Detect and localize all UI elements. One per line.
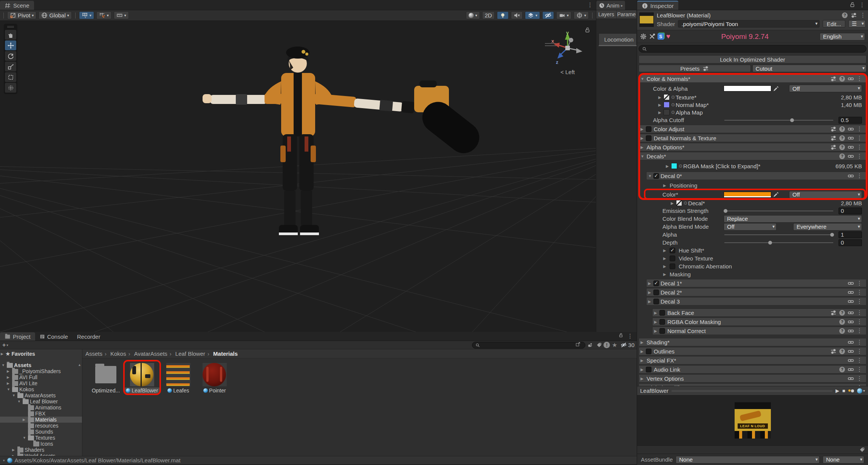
texture-row[interactable]: Texture* 2,80 MB: [639, 93, 866, 101]
scrollbar-up-arrow[interactable]: ▲: [78, 363, 81, 367]
tree-item-leaf-blower[interactable]: Leaf Blower: [0, 398, 82, 405]
emission-strength-value[interactable]: 0: [839, 208, 862, 214]
lock-icon[interactable]: [618, 333, 624, 338]
presets-icon[interactable]: [851, 12, 857, 19]
tree-item-kokos[interactable]: Kokos: [0, 386, 82, 392]
help-icon[interactable]: [839, 310, 845, 316]
favorites-filter-icon[interactable]: ★: [610, 342, 619, 349]
eyedropper-icon[interactable]: [773, 85, 779, 92]
kebab-icon[interactable]: [857, 309, 862, 316]
help-icon[interactable]: [839, 126, 845, 132]
hidden-count-icon[interactable]: [619, 342, 628, 349]
help-icon[interactable]: [839, 135, 845, 141]
tree-item-materials[interactable]: Materials: [0, 417, 82, 423]
pick-icon[interactable]: [576, 342, 582, 348]
tab-project[interactable]: Project: [0, 332, 35, 341]
rgba-masking-checkbox[interactable]: [659, 319, 665, 325]
edit-shader-button[interactable]: Edit...: [823, 20, 845, 28]
breadcrumb-item[interactable]: AvatarAssets: [134, 350, 174, 357]
section-header-color-adjust[interactable]: Color Adjust: [639, 125, 866, 133]
animator-layers-tab[interactable]: Layers: [596, 10, 617, 19]
favorites-header[interactable]: ★ Favorites: [0, 350, 82, 358]
outlines-checkbox[interactable]: [646, 349, 651, 354]
help-icon[interactable]: [839, 328, 845, 334]
color-swatch-orange[interactable]: [724, 192, 771, 198]
hue-shift-checkbox[interactable]: [670, 248, 675, 253]
tab-scene[interactable]: Scene: [0, 1, 34, 10]
locomotion-state-node[interactable]: Locomotion: [599, 33, 637, 46]
shading-mode-button[interactable]: ▾: [466, 11, 480, 19]
normal-map-row[interactable]: Normal Map* 1,40 MB: [639, 101, 866, 108]
asset-item-leafes[interactable]: Leafes: [163, 363, 193, 394]
kebab-icon[interactable]: [584, 2, 596, 10]
decal-texture-row[interactable]: Decal* 2,80 MB: [639, 199, 866, 207]
animator-parameters-tab[interactable]: Parame: [617, 10, 637, 19]
gear-icon[interactable]: [640, 33, 647, 40]
ruler-button[interactable]: ▾: [114, 11, 129, 19]
alpha-cutoff-slider[interactable]: [724, 120, 833, 121]
kebab-icon[interactable]: [857, 366, 862, 373]
tree-item-shaders[interactable]: Shaders: [0, 447, 82, 453]
play-icon[interactable]: ▶: [836, 388, 839, 394]
shader-menu-dropdown[interactable]: ☰: [848, 20, 866, 28]
gizmos-button[interactable]: ▾: [574, 11, 589, 19]
decal-color-mode-dropdown[interactable]: Off: [789, 191, 862, 198]
tree-item-avatarassets[interactable]: AvatarAssets: [0, 392, 82, 398]
tree-item-avi-full[interactable]: AVI Full: [0, 374, 82, 380]
decal-thumbnail[interactable]: [676, 200, 682, 206]
link-icon[interactable]: [848, 310, 854, 316]
section-header-shading[interactable]: Shading*: [639, 338, 866, 346]
section-header-decal3[interactable]: Decal 3: [646, 297, 866, 305]
lock-in-shader-button[interactable]: Lock In Optimized Shader: [639, 55, 866, 64]
rgba-mask-row[interactable]: RGBA Mask [Click to Expand]* 699,05 KB: [639, 161, 866, 171]
depth-value[interactable]: 0: [839, 239, 862, 246]
link-icon[interactable]: [848, 319, 854, 325]
section-header-audio-link[interactable]: Audio Link: [639, 365, 866, 374]
help-icon[interactable]: [839, 367, 845, 372]
kebab-icon[interactable]: [857, 318, 862, 325]
tree-item-sounds[interactable]: Sounds: [0, 429, 82, 435]
tab-inspector[interactable]: Inspector: [637, 1, 678, 10]
section-header-decal2[interactable]: Decal 2*: [646, 288, 866, 296]
section-header-special-fx[interactable]: Special FX*: [639, 356, 866, 364]
asset-item-optimized[interactable]: Optimized...: [91, 363, 121, 394]
color-blend-mode-dropdown[interactable]: Replace: [724, 215, 862, 223]
rect-tool-button[interactable]: [5, 72, 16, 82]
scene-camera-button[interactable]: ▾: [556, 11, 571, 19]
breadcrumb-item[interactable]: Leaf Blower: [175, 350, 212, 357]
back-face-checkbox[interactable]: [659, 310, 665, 316]
decal3-checkbox[interactable]: [653, 299, 659, 304]
section-header-normal-correct[interactable]: Normal Correct: [652, 327, 866, 335]
alpha-slider[interactable]: [724, 234, 833, 235]
tree-item-animations[interactable]: Animations: [0, 405, 82, 411]
help-icon[interactable]: [839, 319, 845, 325]
tools-icon[interactable]: [649, 33, 655, 40]
scene-viewport[interactable]: y x z < Left: [0, 21, 596, 332]
preview-viewport[interactable]: LEAF N LOUD: [637, 395, 868, 445]
decal0-checkbox[interactable]: [653, 173, 659, 179]
kebab-icon[interactable]: [857, 135, 862, 141]
link-icon[interactable]: [848, 126, 854, 132]
section-header-outlines[interactable]: Outlines: [639, 347, 866, 355]
sliders-icon[interactable]: [830, 135, 837, 141]
tree-item-fbx[interactable]: FBX: [0, 411, 82, 417]
tab-animator[interactable]: Anim ▸: [596, 1, 625, 10]
kebab-icon[interactable]: [857, 280, 862, 287]
language-dropdown[interactable]: English: [820, 33, 865, 40]
asset-item-pointer[interactable]: Pointer: [200, 363, 230, 394]
link-icon[interactable]: [848, 153, 854, 160]
help-icon[interactable]: [839, 76, 845, 82]
tag-icon[interactable]: [859, 447, 865, 453]
masking-foldout[interactable]: Masking: [639, 270, 866, 278]
link-icon[interactable]: [848, 280, 854, 287]
kebab-icon[interactable]: [857, 126, 862, 132]
sliders-icon[interactable]: [830, 310, 837, 316]
normal-correct-checkbox[interactable]: [659, 328, 665, 334]
help-icon[interactable]: [839, 349, 845, 354]
lock-icon[interactable]: [849, 2, 856, 8]
hidden-objects-button[interactable]: [542, 11, 554, 19]
scene-audio-button[interactable]: [511, 11, 523, 19]
tree-item-textures[interactable]: Textures: [0, 435, 82, 441]
kebab-icon[interactable]: [627, 333, 633, 339]
presets-button[interactable]: Presets: [639, 65, 751, 72]
